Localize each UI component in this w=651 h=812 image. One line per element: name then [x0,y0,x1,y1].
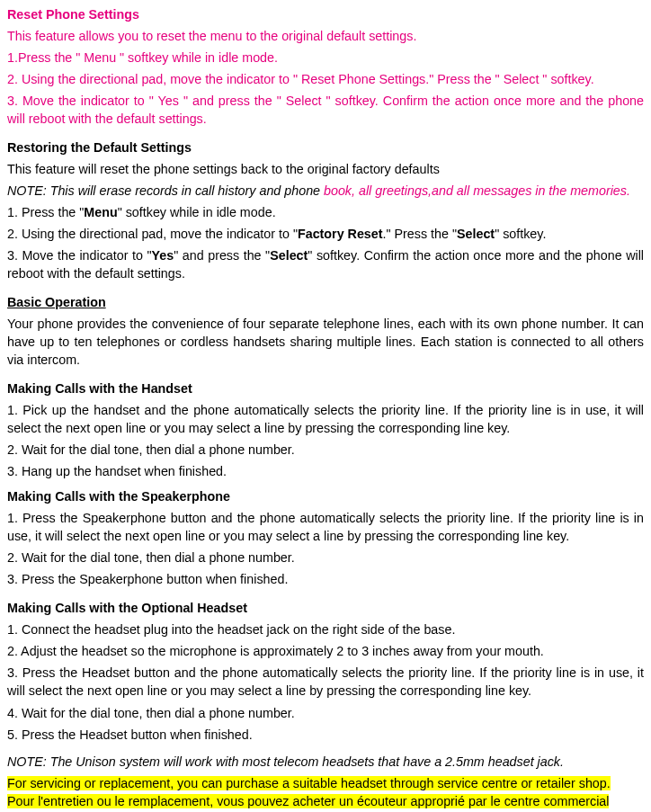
headset-step-5: 5. Press the Headset button when finishe… [7,726,644,744]
text: " and press the " [174,248,270,263]
text: ." Press the " [383,227,457,241]
handset-step-1: 1. Pick up the handset and the phone aut… [7,401,644,437]
headset-step-1: 1. Connect the headset plug into the hea… [7,620,644,638]
text: 2. Using the directional pad, move the i… [7,227,298,241]
basic-operation-body: Your phone provides the convenience of f… [7,315,644,369]
handset-title: Making Calls with the Handset [7,379,644,397]
text-select: Select [270,248,308,263]
headset-note: NOTE: The Unison system will work with m… [7,753,644,771]
speaker-step-2: 2. Wait for the dial tone, then dial a p… [7,549,644,567]
speaker-title: Making Calls with the Speakerphone [7,487,644,505]
reset-title: Reset Phone Settings [7,5,644,23]
headset-step-3: 3. Press the Headset button and the phon… [7,664,644,700]
reset-step-2: 2. Using the directional pad, move the i… [7,70,644,88]
text: " softkey. [495,227,546,241]
text: 3. Move the indicator to " [7,248,152,263]
handset-step-2: 2. Wait for the dial tone, then dial a p… [7,441,644,459]
speaker-step-3: 3. Press the Speakerphone button when fi… [7,570,644,588]
text: " softkey while in idle mode. [118,205,276,219]
restore-note-prefix: NOTE: This will erase records in call hi… [7,183,324,198]
headset-step-2: 2. Adjust the headset so the microphone … [7,642,644,660]
text-yes: Yes [152,248,174,263]
restore-step-1: 1. Press the "Menu" softkey while in idl… [7,203,644,221]
restore-step-3: 3. Move the indicator to "Yes" and press… [7,246,644,282]
highlight-line-1: For servicing or replacement, you can pu… [7,776,611,790]
headset-step-4: 4. Wait for the dial tone, then dial a p… [7,704,644,722]
reset-step-1: 1.Press the " Menu " softkey while in id… [7,49,644,67]
text-select: Select [457,227,495,241]
highlight-line-2: Pour l'entretien ou le remplacement, vou… [7,794,609,808]
restore-note: NOTE: This will erase records in call hi… [7,182,644,200]
basic-operation-title: Basic Operation [7,293,644,311]
text-factory-reset: Factory Reset [298,227,383,241]
text-menu: Menu [84,205,117,219]
restore-title: Restoring the Default Settings [7,138,644,156]
reset-intro: This feature allows you to reset the men… [7,27,644,45]
reset-step-3: 3. Move the indicator to " Yes " and pre… [7,92,644,128]
text: 1. Press the " [7,205,84,219]
headset-highlight: For servicing or replacement, you can pu… [7,774,644,812]
restore-step-2: 2. Using the directional pad, move the i… [7,225,644,243]
speaker-step-1: 1. Press the Speakerphone button and the… [7,509,644,545]
headset-title: Making Calls with the Optional Headset [7,599,644,617]
restore-note-magenta: book, all greetings,and all messages in … [324,183,630,198]
restore-intro: This feature will reset the phone settin… [7,160,644,178]
handset-step-3: 3. Hang up the handset when finished. [7,462,644,480]
